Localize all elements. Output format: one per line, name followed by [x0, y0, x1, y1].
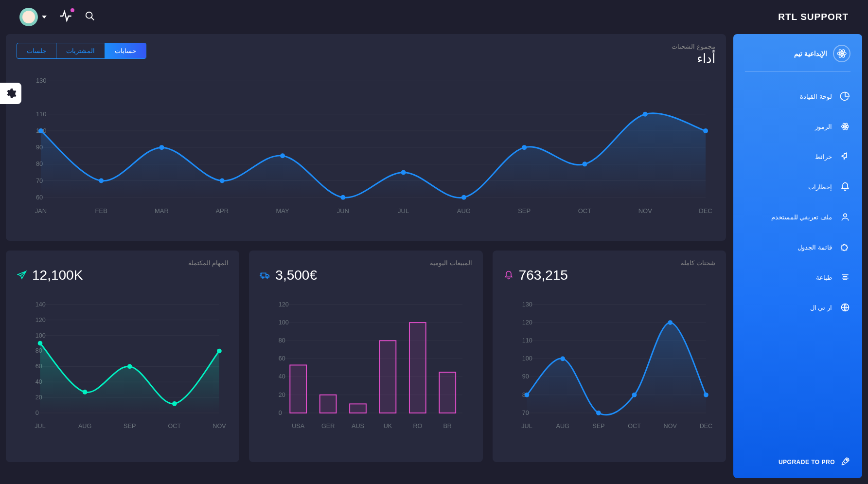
svg-point-40 [582, 161, 587, 166]
brand[interactable]: الإبداعية تيم [745, 45, 850, 72]
svg-text:60: 60 [279, 355, 285, 362]
svg-text:AUG: AUG [556, 423, 569, 430]
svg-point-38 [461, 195, 466, 200]
svg-point-41 [643, 112, 648, 117]
svg-text:0: 0 [35, 410, 39, 416]
globe-icon [840, 302, 850, 313]
svg-text:130: 130 [36, 77, 47, 84]
svg-text:NOV: NOV [638, 207, 652, 215]
svg-text:JUL: JUL [398, 207, 409, 215]
sidebar-item-label: خرائط [815, 153, 832, 161]
sidebar-item-tables[interactable]: قائمة الجدول [745, 242, 850, 252]
svg-text:AUG: AUG [457, 207, 471, 215]
svg-point-131 [217, 349, 222, 354]
search-icon[interactable] [85, 11, 95, 24]
svg-text:USA: USA [292, 423, 305, 430]
svg-text:NOV: NOV [663, 423, 677, 430]
gear-icon [5, 88, 17, 99]
svg-text:JUN: JUN [337, 207, 349, 215]
svg-text:DEC: DEC [699, 423, 712, 430]
svg-point-0 [86, 12, 92, 18]
svg-text:110: 110 [522, 337, 532, 344]
activity-icon[interactable] [59, 9, 72, 25]
svg-text:NOV: NOV [213, 423, 226, 430]
svg-point-129 [127, 364, 132, 369]
svg-point-16 [846, 459, 848, 461]
sidebar: الإبداعية تيم لوحة القيادة الرموز خرائط … [733, 34, 862, 478]
avatar-menu[interactable] [19, 8, 47, 26]
sidebar-item-dashboard[interactable]: لوحة القيادة [745, 91, 850, 102]
svg-point-36 [340, 195, 345, 200]
sidebar-item-label: الرموز [815, 123, 832, 130]
svg-point-128 [83, 390, 88, 394]
svg-point-2 [841, 53, 843, 54]
svg-point-33 [159, 145, 164, 150]
puzzle-icon [840, 242, 850, 252]
sidebar-item-rtl[interactable]: ار تي ال [745, 302, 850, 313]
upgrade-link[interactable]: UPGRADE TO PRO [745, 456, 850, 467]
svg-text:AUS: AUS [352, 423, 364, 430]
perf-subtitle: مجموع الشحنات [672, 43, 715, 50]
tasks-subtitle: المهام المكتملة [17, 259, 229, 267]
svg-text:JUL: JUL [521, 423, 532, 430]
main-content: مجموع الشحنات أداء جلسات المشتريات حسابا… [6, 34, 726, 478]
perf-title: أداء [672, 51, 715, 66]
svg-text:MAR: MAR [155, 207, 169, 215]
sales-chart: 020406080100120USAGERAUSUKROBR [260, 298, 472, 434]
sidebar-item-typography[interactable]: طباعة [745, 272, 850, 283]
svg-text:OCT: OCT [578, 207, 591, 215]
tab-sessions[interactable]: جلسات [17, 43, 56, 58]
sidebar-item-profile[interactable]: ملف تعريفي للمستخدم [745, 212, 850, 222]
svg-text:FEB: FEB [95, 207, 107, 215]
svg-text:RO: RO [413, 423, 423, 430]
pin-icon [840, 151, 850, 162]
bell-small-icon [503, 270, 514, 281]
svg-point-34 [220, 179, 225, 183]
svg-rect-103 [409, 323, 426, 413]
svg-text:100: 100 [522, 355, 532, 362]
sidebar-item-label: قائمة الجدول [797, 244, 832, 251]
svg-text:OCT: OCT [168, 423, 181, 430]
atom-icon [840, 121, 850, 132]
pie-chart-icon [840, 91, 850, 102]
sales-subtitle: المبيعات اليومية [260, 259, 472, 267]
svg-rect-99 [290, 365, 307, 412]
svg-text:AUG: AUG [78, 423, 91, 430]
svg-text:JUL: JUL [35, 423, 45, 430]
svg-text:120: 120 [35, 317, 46, 323]
brand-logo [833, 45, 850, 62]
sidebar-item-icons[interactable]: الرموز [745, 121, 850, 132]
tab-purchases[interactable]: المشتريات [56, 43, 105, 58]
sidebar-item-label: إخطارات [808, 183, 832, 191]
sidebar-item-maps[interactable]: خرائط [745, 151, 850, 162]
brand-name: الإبداعية تيم [794, 50, 827, 57]
tasks-value: 12,100K [32, 268, 83, 283]
performance-card: مجموع الشحنات أداء جلسات المشتريات حسابا… [6, 34, 726, 241]
shipments-chart: 708090100110120130JULAUGSEPOCTNOVDEC [503, 298, 715, 434]
shipments-subtitle: شحنات كاملة [503, 259, 715, 267]
svg-point-37 [401, 170, 406, 175]
shipments-value: 763,215 [519, 268, 568, 283]
sidebar-item-label: ملف تعريفي للمستخدم [771, 214, 832, 221]
tab-accounts[interactable]: حسابات [105, 43, 146, 58]
chart-tabs: جلسات المشتريات حسابات [17, 43, 146, 59]
sidebar-item-label: ار تي ال [810, 304, 832, 311]
sidebar-item-notifications[interactable]: إخطارات [745, 181, 850, 192]
svg-text:40: 40 [279, 374, 285, 380]
svg-line-1 [91, 17, 94, 20]
sidebar-item-label: طباعة [816, 274, 832, 281]
svg-point-39 [522, 145, 527, 150]
svg-text:20: 20 [279, 392, 285, 398]
topbar: RTL SUPPORT [0, 0, 868, 34]
delivery-icon [260, 270, 270, 281]
settings-fab[interactable] [0, 83, 21, 104]
svg-text:100: 100 [35, 332, 46, 339]
svg-point-35 [280, 153, 285, 158]
svg-text:SEP: SEP [592, 423, 604, 430]
avatar [19, 8, 38, 26]
svg-point-69 [524, 393, 529, 397]
notification-dot [71, 8, 74, 12]
align-icon [840, 272, 850, 283]
chevron-down-icon [42, 16, 47, 18]
sales-card: المبيعات اليومية 3,500€ 020406080100120U… [249, 251, 482, 462]
